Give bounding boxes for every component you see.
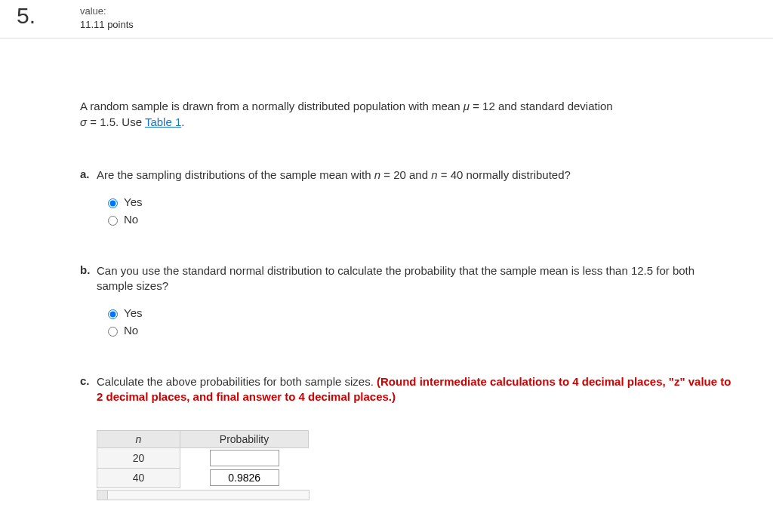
part-b-label: b. [80, 263, 97, 276]
part-a-options: Yes No [80, 193, 732, 229]
part-a-question: Are the sampling distributions of the sa… [97, 168, 732, 183]
n-value: 20 [97, 448, 180, 469]
probability-input-n40[interactable] [210, 469, 279, 486]
part-a-label: a. [80, 168, 97, 180]
probability-table: n Probability 20 40 [97, 430, 309, 488]
radio-a-yes[interactable] [108, 198, 118, 208]
col-header-probability: Probability [180, 431, 309, 448]
part-a: a. Are the sampling distributions of the… [80, 168, 732, 229]
intro-before-mu: A random sample is drawn from a normally… [80, 100, 463, 112]
sigma-symbol: σ [80, 115, 87, 128]
question-content: A random sample is drawn from a normally… [0, 38, 762, 532]
part-b: b. Can you use the standard normal distr… [80, 263, 732, 340]
intro-period: . [181, 115, 184, 128]
question-meta: value: 11.11 points [80, 5, 134, 32]
radio-a-no[interactable] [108, 216, 118, 226]
probability-cell [180, 448, 309, 469]
radio-b-yes[interactable] [108, 309, 118, 319]
intro-eq-mu: = 12 and standard deviation [470, 100, 613, 112]
scrollbar-left-button[interactable] [97, 490, 108, 500]
option-label: Yes [124, 193, 142, 211]
part-c-label: c. [80, 374, 97, 387]
part-a-option-yes[interactable]: Yes [104, 193, 732, 211]
n-value: 40 [97, 468, 180, 487]
probability-cell [180, 468, 309, 487]
part-c-question: Calculate the above probabilities for bo… [97, 374, 732, 405]
part-b-option-no[interactable]: No [104, 321, 732, 339]
question-number: 5. [0, 5, 80, 27]
col-header-n: n [97, 431, 180, 448]
table-row: 20 [97, 448, 309, 469]
option-label: No [124, 211, 138, 228]
value-label: value: [80, 5, 134, 18]
radio-b-no[interactable] [108, 327, 118, 337]
option-label: Yes [124, 304, 142, 321]
points-value: 11.11 points [80, 18, 134, 32]
intro-eq-sigma: = 1.5. Use [87, 115, 145, 128]
probability-table-wrap: n Probability 20 40 [97, 430, 732, 488]
intro-text: A random sample is drawn from a normally… [80, 99, 732, 130]
part-c: c. Calculate the above probabilities for… [80, 374, 732, 500]
mu-symbol: μ [463, 100, 470, 112]
part-b-question: Can you use the standard normal distribu… [97, 263, 732, 294]
table-row: 40 [97, 468, 309, 487]
part-a-option-no[interactable]: No [104, 211, 732, 228]
horizontal-scrollbar[interactable] [97, 490, 310, 500]
table-header-row: n Probability [97, 431, 309, 448]
question-header: 5. value: 11.11 points [0, 0, 773, 38]
probability-input-n20[interactable] [210, 450, 279, 466]
part-b-option-yes[interactable]: Yes [104, 304, 732, 321]
table-1-link[interactable]: Table 1 [145, 115, 181, 128]
part-b-options: Yes No [80, 304, 732, 340]
option-label: No [124, 321, 138, 339]
